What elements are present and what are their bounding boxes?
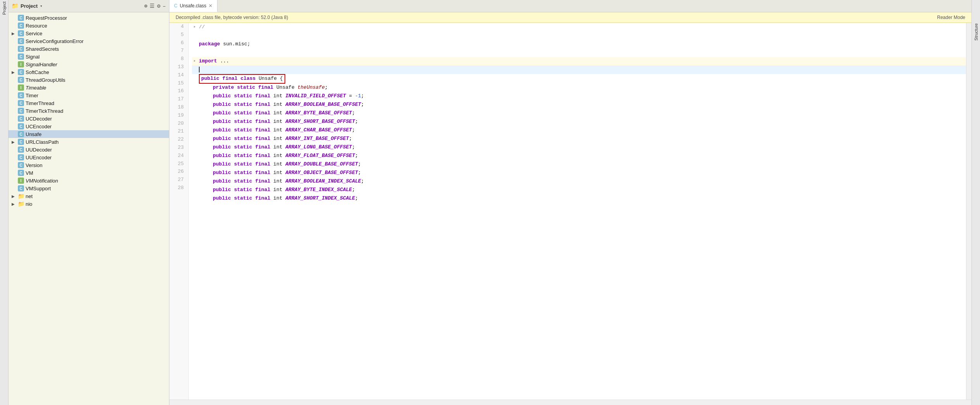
panel-dropdown-icon[interactable]: ▾ bbox=[40, 3, 43, 9]
code-line: public static final int INVALID_FIELD_OF… bbox=[192, 92, 966, 101]
add-icon[interactable]: ⊕ bbox=[144, 3, 147, 9]
code-line: public static final int ARRAY_FLOAT_BASE… bbox=[192, 152, 966, 160]
tab-icon: C bbox=[174, 3, 178, 9]
class-badge: C bbox=[18, 146, 24, 153]
tree-item[interactable]: ISignalHandler bbox=[9, 60, 169, 68]
code-text: import ... bbox=[199, 57, 229, 65]
tree-chevron-icon: ▶ bbox=[12, 194, 16, 198]
tree-item[interactable]: CUnsafe bbox=[9, 130, 169, 138]
tree-chevron-icon: ▶ bbox=[12, 31, 16, 36]
tree-chevron-icon: ▶ bbox=[12, 140, 16, 144]
code-line: ▸// bbox=[192, 23, 966, 31]
tab-label: Unsafe.class bbox=[180, 3, 207, 9]
tree-item[interactable]: CRequestProcessor bbox=[9, 14, 169, 22]
tree-item[interactable]: CVersion bbox=[9, 161, 169, 169]
panel-title: Project bbox=[21, 3, 38, 9]
code-content[interactable]: ▸// package sun.misc; ▸import ... public… bbox=[189, 23, 966, 400]
editor-area: C Unsafe.class ✕ Decompiled .class file,… bbox=[169, 0, 971, 405]
tree-item[interactable]: CUCDecoder bbox=[9, 115, 169, 122]
tree-item[interactable]: ▶CSoftCache bbox=[9, 68, 169, 76]
code-line: public static final int ARRAY_OBJECT_BAS… bbox=[192, 169, 966, 178]
tree-item[interactable]: CUUDecoder bbox=[9, 146, 169, 153]
tree-item[interactable]: ▶📁nio bbox=[9, 200, 169, 208]
code-line bbox=[192, 65, 966, 74]
class-badge: C bbox=[18, 162, 24, 168]
class-badge: I bbox=[18, 61, 24, 67]
tree-item[interactable]: CUCEncoder bbox=[9, 122, 169, 130]
tree-item[interactable]: CTimer bbox=[9, 91, 169, 99]
class-badge: C bbox=[18, 170, 24, 176]
tree-item-label: RequestProcessor bbox=[26, 15, 67, 21]
class-badge: C bbox=[18, 77, 24, 83]
tree-item-label: nio bbox=[26, 201, 32, 207]
settings-icon[interactable]: ⚙ bbox=[157, 3, 160, 9]
tab-bar: C Unsafe.class ✕ bbox=[169, 0, 971, 12]
code-text: package sun.misc; bbox=[199, 40, 250, 48]
tree-item[interactable]: CSharedSecrets bbox=[9, 45, 169, 53]
class-badge: C bbox=[18, 22, 24, 29]
decompiled-banner: Decompiled .class file, bytecode version… bbox=[169, 12, 971, 23]
tree-item[interactable]: CSignal bbox=[9, 53, 169, 60]
class-badge: C bbox=[18, 139, 24, 145]
project-vertical-label[interactable]: Project bbox=[2, 2, 7, 15]
tree-item-label: Service bbox=[26, 31, 42, 36]
code-text: public static final int ARRAY_FLOAT_BASE… bbox=[199, 152, 358, 160]
tree-item-label: ThreadGroupUtils bbox=[26, 77, 66, 83]
reader-mode-button[interactable]: Reader Mode bbox=[937, 15, 965, 20]
code-line: public static final int ARRAY_LONG_BASE_… bbox=[192, 143, 966, 152]
code-text bbox=[199, 66, 203, 74]
tree-item-label: Resource bbox=[26, 23, 47, 29]
code-text: public static final int ARRAY_INT_BASE_O… bbox=[199, 135, 352, 143]
tree-item[interactable]: IVMNotification bbox=[9, 177, 169, 184]
tab-close-button[interactable]: ✕ bbox=[209, 3, 212, 9]
tree-item[interactable]: CUUEncoder bbox=[9, 153, 169, 161]
code-text: public static final int ARRAY_BYTE_INDEX… bbox=[199, 186, 355, 194]
tree-item[interactable]: CTimerTickThread bbox=[9, 107, 169, 115]
class-badge: C bbox=[18, 115, 24, 122]
panel-header-icons: ⊕ ☰ ⚙ – bbox=[144, 3, 166, 9]
tree-item-label: Signal bbox=[26, 54, 40, 60]
code-text: public static final int ARRAY_BYTE_BASE_… bbox=[199, 109, 355, 117]
tree-item[interactable]: CVM bbox=[9, 169, 169, 177]
minimize-icon[interactable]: – bbox=[163, 3, 166, 9]
code-text: public static final int ARRAY_LONG_BASE_… bbox=[199, 143, 355, 152]
fold-icon[interactable]: ▸ bbox=[193, 58, 199, 65]
file-tree: CRequestProcessorCResource▶CServiceCServ… bbox=[9, 12, 169, 405]
project-panel: 📁 Project ▾ ⊕ ☰ ⚙ – CRequestProcessorCRe… bbox=[9, 0, 169, 405]
code-text: public static final int ARRAY_SHORT_BASE… bbox=[199, 118, 358, 126]
class-badge: C bbox=[18, 69, 24, 75]
tree-item[interactable]: CTimerThread bbox=[9, 99, 169, 107]
tree-item[interactable]: ▶📁net bbox=[9, 192, 169, 200]
panel-header: 📁 Project ▾ ⊕ ☰ ⚙ – bbox=[9, 0, 169, 12]
tree-item[interactable]: CThreadGroupUtils bbox=[9, 76, 169, 84]
code-line: public static final int ARRAY_DOUBLE_BAS… bbox=[192, 160, 966, 169]
class-badge: C bbox=[18, 131, 24, 137]
class-badge: C bbox=[18, 30, 24, 36]
layout-icon[interactable]: ☰ bbox=[150, 3, 155, 9]
tree-item-label: UUDecoder bbox=[26, 147, 52, 153]
tree-item-label: ServiceConfigurationError bbox=[26, 38, 84, 44]
tree-item-label: Timeable bbox=[26, 85, 46, 91]
fold-icon[interactable]: ▸ bbox=[193, 24, 199, 31]
tree-item[interactable]: CResource bbox=[9, 22, 169, 29]
tree-item[interactable]: ITimeable bbox=[9, 84, 169, 91]
structure-vertical-label[interactable]: Structure bbox=[974, 23, 978, 41]
bottom-scrollbar[interactable] bbox=[169, 400, 971, 405]
code-text: public static final int ARRAY_CHAR_BASE_… bbox=[199, 126, 355, 134]
tree-item[interactable]: CServiceConfigurationError bbox=[9, 37, 169, 45]
tree-item[interactable]: ▶CURLClassPath bbox=[9, 138, 169, 146]
tree-item-label: VM bbox=[26, 170, 33, 176]
code-line: public static final int ARRAY_BYTE_INDEX… bbox=[192, 186, 966, 195]
code-line: ▸import ... bbox=[192, 57, 966, 65]
class-badge: C bbox=[18, 108, 24, 114]
class-badge: C bbox=[18, 15, 24, 21]
class-badge: C bbox=[18, 92, 24, 98]
right-scrollbar[interactable] bbox=[966, 23, 971, 400]
tab-unsafe-class[interactable]: C Unsafe.class ✕ bbox=[169, 0, 217, 12]
code-line: public static final int ARRAY_INT_BASE_O… bbox=[192, 135, 966, 143]
tree-item[interactable]: CVMSupport bbox=[9, 184, 169, 192]
line-numbers: 4567813141516171819202122232425262728 bbox=[169, 23, 189, 400]
tree-item[interactable]: ▶CService bbox=[9, 29, 169, 37]
class-badge: C bbox=[18, 123, 24, 129]
tree-item-label: SharedSecrets bbox=[26, 46, 59, 52]
